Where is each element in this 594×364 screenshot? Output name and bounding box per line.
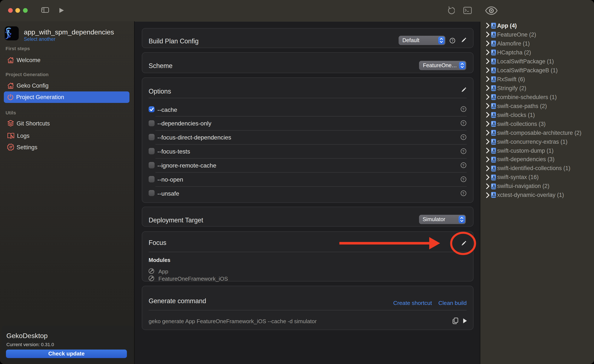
svg-text:A: A bbox=[493, 121, 495, 125]
svg-text:A: A bbox=[493, 50, 495, 54]
svg-text:A: A bbox=[493, 166, 495, 170]
svg-text:?: ? bbox=[451, 39, 453, 43]
svg-text:A: A bbox=[493, 112, 495, 116]
svg-text:A: A bbox=[493, 95, 495, 98]
svg-text:A: A bbox=[493, 104, 495, 107]
svg-text:A: A bbox=[493, 32, 495, 36]
svg-text:A: A bbox=[493, 59, 495, 63]
svg-text:A: A bbox=[493, 68, 495, 72]
svg-text:A: A bbox=[493, 139, 495, 143]
svg-text:A: A bbox=[493, 148, 495, 152]
svg-text:A: A bbox=[493, 175, 495, 179]
svg-text:A: A bbox=[493, 184, 495, 188]
svg-text:A: A bbox=[493, 130, 495, 134]
svg-text:A: A bbox=[493, 23, 495, 27]
svg-text:A: A bbox=[493, 193, 495, 197]
svg-text:A: A bbox=[493, 86, 495, 90]
svg-text:A: A bbox=[493, 77, 495, 81]
svg-text:A: A bbox=[493, 41, 495, 45]
svg-text:A: A bbox=[493, 157, 495, 161]
